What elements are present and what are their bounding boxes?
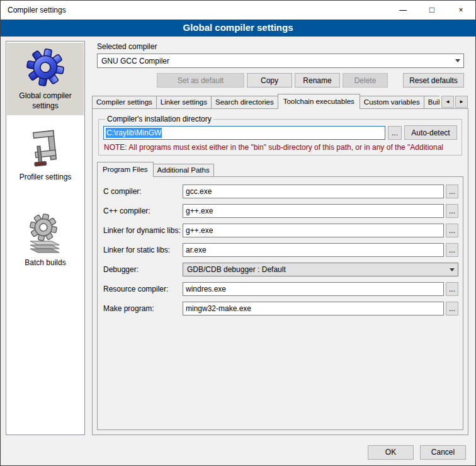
cpp-compiler-input[interactable] [183,204,444,218]
tab-custom-variables[interactable]: Custom variables [360,96,424,108]
chevron-down-icon [450,268,455,271]
set-as-default-button: Set as default [157,73,244,88]
tab-linker-settings[interactable]: Linker settings [156,96,212,108]
note-text: NOTE: All programs must exist either in … [104,143,456,152]
dialog-header-title: Global compiler settings [1,20,475,37]
field-row-cpp-compiler: C++ compiler: ... [103,204,458,218]
program-files-section: Program Files Additional Paths C compile… [97,162,463,430]
blue-gear-icon [26,48,65,87]
sidebar-item-profiler-settings[interactable]: Profiler settings [7,124,84,187]
field-label: Make program: [103,304,183,313]
stacked-gears-icon [26,213,64,254]
window-title: Compiler settings [1,1,388,20]
dialog-body: Global compiler settings Profiler settin… [1,37,475,439]
make-program-input[interactable] [183,302,444,315]
titlebar: Compiler settings — □ × [1,1,475,20]
install-dir-browse-button[interactable]: ... [388,126,402,140]
sidebar-item-batch-builds[interactable]: Batch builds [7,208,84,273]
reset-defaults-button[interactable]: Reset defaults [403,73,464,88]
tab-toolchain-executables[interactable]: Toolchain executables [278,94,360,109]
cpp-compiler-browse-button[interactable]: ... [446,204,458,218]
field-row-resource-compiler: Resource compiler: ... [103,282,458,296]
settings-tabstrip: Compiler settings Linker settings Search… [92,94,468,109]
field-label: Resource compiler: [103,285,183,293]
field-label: Linker for static libs: [103,246,183,254]
static-linker-input[interactable] [183,243,444,257]
copy-button[interactable]: Copy [247,73,292,88]
maximize-button[interactable]: □ [417,1,446,20]
field-row-c-compiler: C compiler: ... [103,185,458,198]
toolchain-executables-pane: Compiler's installation directory C:\ray… [92,108,468,435]
field-row-make-program: Make program: ... [103,302,458,315]
dynamic-linker-browse-button[interactable]: ... [446,224,458,237]
selected-compiler-label: Selected compiler [97,42,468,51]
minimize-button[interactable]: — [388,1,417,20]
field-row-debugger: Debugger: GDB/CDB debugger : Default [103,263,458,276]
debugger-select[interactable]: GDB/CDB debugger : Default [183,263,458,276]
install-dir-input[interactable]: C:\raylib\MinGW [103,126,385,140]
tab-compiler-settings[interactable]: Compiler settings [92,96,157,108]
close-button[interactable]: × [446,1,475,20]
delete-button: Delete [343,73,388,88]
sidebar-item-label: Profiler settings [20,173,72,183]
sidebar-item-global-compiler-settings[interactable]: Global compiler settings [7,43,84,115]
field-label: Linker for dynamic libs: [103,226,183,235]
field-label: Debugger: [103,265,183,274]
rename-button[interactable]: Rename [295,73,340,88]
debugger-select-value: GDB/CDB debugger : Default [187,265,447,274]
field-row-static-linker: Linker for static libs: ... [103,243,458,257]
compiler-select[interactable]: GNU GCC Compiler [97,54,464,68]
c-compiler-browse-button[interactable]: ... [446,185,458,198]
clamp-icon [27,129,64,168]
install-dir-group: Compiler's installation directory C:\ray… [98,115,462,156]
dynamic-linker-input[interactable] [183,224,444,237]
subtabstrip: Program Files Additional Paths [97,162,463,177]
compiler-select-value: GNU GCC Compiler [101,57,453,65]
subtab-program-files[interactable]: Program Files [97,162,154,177]
install-dir-group-title: Compiler's installation directory [105,115,213,123]
sidebar: Global compiler settings Profiler settin… [6,41,85,435]
main-panel: Selected compiler GNU GCC Compiler Set a… [92,41,468,435]
static-linker-browse-button[interactable]: ... [446,243,458,257]
make-program-browse-button[interactable]: ... [446,302,458,315]
cancel-button[interactable]: Cancel [420,445,466,460]
c-compiler-input[interactable] [183,185,444,198]
install-dir-value: C:\raylib\MinGW [106,128,162,138]
compiler-button-row: Set as default Copy Rename Delete Reset … [97,73,464,88]
tab-scroll-left-button[interactable]: ◄ [441,96,454,108]
subtab-additional-paths[interactable]: Additional Paths [153,164,214,176]
sidebar-item-label: Global compiler settings [9,91,82,111]
compiler-settings-window: Compiler settings — □ × Global compiler … [0,0,476,466]
resource-compiler-input[interactable] [183,282,444,296]
field-row-dynamic-linker: Linker for dynamic libs: ... [103,224,458,237]
field-label: C++ compiler: [103,207,183,215]
field-label: C compiler: [103,187,183,196]
program-files-pane: C compiler: ... C++ compiler: ... Linker… [97,176,463,430]
chevron-down-icon [455,59,460,62]
dialog-footer: OK Cancel [1,439,475,465]
autodetect-button[interactable]: Auto-detect [404,125,457,140]
tab-search-directories[interactable]: Search directories [211,96,278,108]
tab-scroll-buttons: ◄ ► [439,94,468,108]
sidebar-item-label: Batch builds [25,258,65,268]
ok-button[interactable]: OK [368,445,414,460]
install-dir-row: C:\raylib\MinGW ... Auto-detect [103,125,457,140]
tab-scroll-right-button[interactable]: ► [455,96,468,108]
resource-compiler-browse-button[interactable]: ... [446,282,458,296]
